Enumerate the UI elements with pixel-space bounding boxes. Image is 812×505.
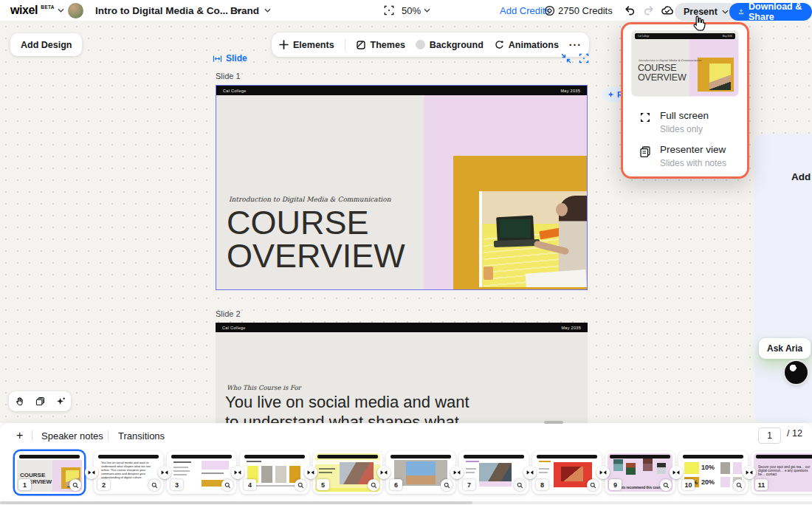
collapse-view-icon[interactable] (561, 53, 571, 63)
zoom-preview-icon[interactable] (368, 479, 379, 491)
ai-sparkle-icon[interactable] (56, 396, 66, 406)
thumb-date: May 2035 (723, 35, 732, 38)
slide2-canvas[interactable]: Cal College May 2035 Who This Course is … (216, 323, 588, 424)
transition-icon[interactable] (231, 466, 244, 479)
deco-line (466, 472, 475, 473)
avatar[interactable] (68, 0, 83, 21)
elements-button[interactable]: Elements (279, 40, 334, 50)
save-status-button[interactable] (661, 0, 674, 21)
thumb-photo (709, 63, 731, 90)
transition-icon[interactable] (670, 466, 683, 479)
slide-number-badge: 2 (97, 479, 110, 490)
slide-number-badge: 4 (244, 479, 256, 490)
page-number-input[interactable]: 1 (758, 427, 781, 444)
add-design-button[interactable]: Add Design (10, 33, 82, 56)
zoom-preview-icon[interactable] (221, 479, 233, 491)
canvas-tools (9, 391, 71, 411)
credits-group[interactable]: 2750 Credits (544, 0, 613, 21)
deco-line (173, 467, 188, 468)
slide1-title[interactable]: COURSE OVERVIEW (227, 206, 405, 272)
zoom-preview-icon[interactable] (660, 479, 672, 491)
title-line-2: OVERVIEW (227, 239, 405, 272)
filmstrip-thumb-9[interactable]: Students recommend this course. 9 (605, 451, 675, 494)
add-credits-link[interactable]: Add Credits (500, 0, 550, 21)
ask-aria-button[interactable]: Ask Aria (759, 338, 811, 359)
logo-group[interactable]: wixel BETA (10, 0, 64, 21)
zoom-preview-icon[interactable] (587, 479, 599, 491)
filmstrip-thumb-5[interactable]: 5 (313, 451, 382, 494)
deco-line (173, 461, 191, 463)
background-button[interactable]: Background (416, 40, 484, 50)
slide1-canvas[interactable]: Cal College May 2035 Introduc (216, 85, 588, 290)
transition-icon[interactable] (523, 466, 537, 479)
download-share-button[interactable]: Download & Share (729, 1, 812, 22)
filmstrip-thumb-3[interactable]: 3 (167, 451, 236, 494)
filmstrip-thumb-8[interactable]: 8 (532, 451, 602, 494)
fit-zoom-group[interactable]: 50% (384, 0, 430, 21)
panel-drag-handle[interactable] (544, 421, 563, 424)
brand-menu[interactable]: Brand (230, 0, 271, 21)
zoom-preview-icon[interactable] (148, 479, 160, 491)
add-panel-label: Add (791, 171, 811, 182)
deco-portrait (626, 463, 636, 475)
transition-icon[interactable] (743, 466, 756, 479)
thumb-title-line2: OVERVIEW (638, 73, 687, 83)
filmstrip-thumb-4[interactable]: 4 (240, 451, 309, 494)
plus-icon (279, 40, 289, 49)
transition-icon[interactable] (158, 466, 171, 479)
aria-orb[interactable] (785, 361, 808, 384)
speaker-notes-tab[interactable]: Speaker notes (41, 428, 103, 443)
zoom-preview-icon[interactable] (69, 479, 81, 491)
themes-button[interactable]: Themes (356, 40, 405, 50)
undo-button[interactable] (624, 0, 636, 21)
transitions-tab[interactable]: Transitions (118, 428, 165, 443)
slide2-kicker[interactable]: Who This Course is For (227, 384, 301, 391)
add-design-label: Add Design (21, 40, 72, 50)
animations-button[interactable]: Animations (494, 40, 559, 50)
deco-portrait (613, 459, 623, 471)
filmstrip-thumb-7[interactable]: 7 (459, 451, 529, 494)
zoom-level: 50% (402, 5, 421, 16)
presenter-view-menu-item[interactable]: Presenter view Slides with notes (639, 144, 726, 168)
elements-label: Elements (293, 40, 334, 50)
doc-title-group[interactable]: Intro to Digital Media & Co... (95, 0, 242, 21)
zoom-preview-icon[interactable] (733, 479, 745, 491)
filmstrip-thumb-6[interactable]: 6 (386, 451, 455, 494)
add-note-button[interactable]: + (16, 428, 23, 443)
present-slide-thumbnail[interactable]: Cal College May 2035 Introduction to Dig… (632, 31, 738, 96)
chevron-down-icon (264, 8, 271, 13)
slide-number-badge: 8 (536, 479, 548, 490)
transition-icon[interactable] (450, 466, 464, 479)
ask-aria-label: Ask Aria (767, 343, 802, 354)
transition-icon[interactable] (596, 466, 610, 479)
deco-bar-lightgray (275, 466, 286, 483)
filmstrip-thumb-2[interactable]: You live on social media and want to und… (94, 451, 163, 494)
undo-icon (624, 4, 636, 17)
deco-photo (479, 463, 512, 481)
redo-button[interactable] (642, 0, 655, 21)
zoom-preview-icon[interactable] (441, 479, 453, 491)
slide2-body[interactable]: You live on social media and want to und… (225, 392, 469, 424)
transition-icon[interactable] (85, 466, 98, 479)
filmstrip-thumb-10[interactable]: 10% 10% 20% 10 (678, 451, 748, 494)
transition-icon[interactable] (304, 466, 317, 479)
filmstrip-thumb-1[interactable]: COURSE OVERVIEW 1 (15, 451, 84, 494)
hand-tool-icon[interactable] (15, 396, 24, 406)
zoom-preview-icon[interactable] (295, 479, 306, 491)
deco-line (539, 461, 551, 462)
more-tools-button[interactable]: ··· (569, 39, 582, 51)
scrollbar-thumb[interactable] (0, 501, 472, 504)
photo-face (556, 203, 568, 216)
fit-view-icon[interactable] (579, 53, 589, 63)
slide1-kicker[interactable]: Introduction to Digital Media & Communic… (229, 196, 390, 203)
deco-line (202, 473, 224, 474)
filmstrip-scrollbar[interactable] (0, 501, 812, 504)
filmstrip-thumb-11[interactable]: Secure your spot and get rea… our digita… (751, 451, 812, 494)
fullscreen-menu-item[interactable]: Full screen Slides only (639, 110, 709, 134)
zoom-preview-icon[interactable] (514, 479, 526, 491)
layers-icon[interactable] (35, 396, 45, 406)
transition-icon[interactable] (377, 466, 390, 479)
slide-size-tag[interactable]: Slide (213, 53, 247, 63)
deco-photo (406, 461, 436, 484)
body-line-2: to understand what shapes what (225, 412, 469, 424)
